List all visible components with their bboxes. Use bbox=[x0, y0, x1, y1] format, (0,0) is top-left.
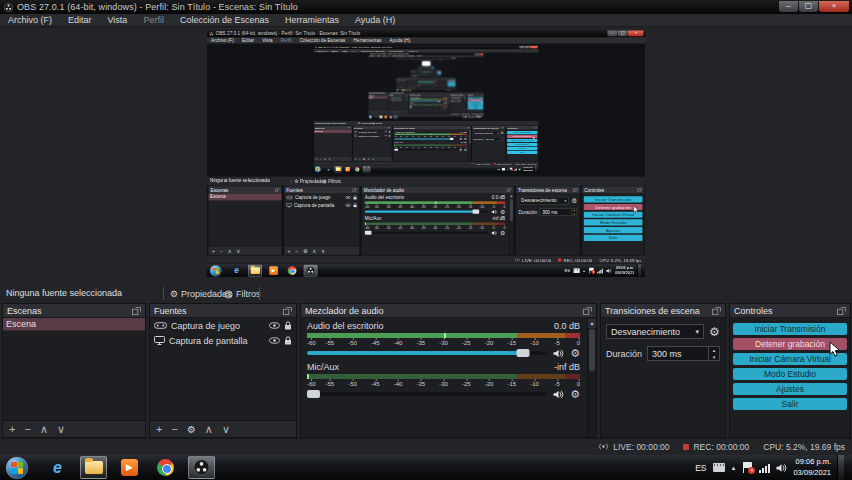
windows-taskbar: e ▶ ES ▲ × bbox=[0, 455, 852, 480]
mixer-scrollbar[interactable]: ▲ bbox=[587, 319, 596, 437]
popout-icon[interactable] bbox=[583, 307, 592, 315]
source-item-display-capture[interactable]: Captura de pantalla bbox=[150, 333, 296, 348]
speaker-icon[interactable] bbox=[553, 349, 564, 358]
settings-button[interactable]: Ajustes bbox=[733, 383, 847, 395]
start-streaming-button[interactable]: Iniciar Transmisión bbox=[733, 323, 847, 335]
menu-perfil[interactable]: Perfil bbox=[135, 14, 172, 27]
add-source-button[interactable]: + bbox=[156, 422, 162, 437]
scene-down-button[interactable]: ∨ bbox=[57, 422, 65, 437]
windows-flag-icon bbox=[11, 462, 23, 474]
cpu-fps-stats: CPU: 5.2%, 19.69 fps bbox=[763, 442, 845, 452]
duration-spinbox[interactable]: 300 ms ▴▾ bbox=[647, 346, 720, 361]
menu-editar[interactable]: Editar bbox=[60, 14, 100, 27]
menu-archivo[interactable]: Archivo (F) bbox=[0, 14, 60, 27]
taskbar-file-explorer[interactable] bbox=[80, 456, 107, 479]
lock-icon[interactable] bbox=[284, 336, 292, 345]
transition-settings-icon[interactable]: ⚙ bbox=[709, 325, 720, 339]
controls-panel: Controles Iniciar Transmisión Detener gr… bbox=[729, 303, 851, 438]
mixer-channel-desktop: Audio del escritorio 0.0 dB -60-55-50-45… bbox=[307, 321, 580, 359]
start-button[interactable] bbox=[6, 457, 28, 479]
spin-down-icon[interactable]: ▾ bbox=[713, 354, 716, 361]
taskbar-media-player[interactable]: ▶ bbox=[116, 456, 143, 479]
close-button[interactable]: × bbox=[819, 1, 849, 12]
duration-label: Duración bbox=[606, 349, 642, 359]
window-title: OBS 27.0.1 (64-bit, windows) - Perfil: S… bbox=[17, 2, 298, 12]
show-desktop-button[interactable] bbox=[837, 455, 844, 480]
filters-icon bbox=[224, 290, 233, 299]
taskbar-clock[interactable]: 09:06 p.m. 03/09/2021 bbox=[793, 457, 831, 477]
channel-settings-icon[interactable]: ⚙ bbox=[570, 388, 580, 401]
taskbar-obs[interactable] bbox=[188, 456, 215, 479]
lock-icon[interactable] bbox=[284, 321, 292, 330]
exit-button[interactable]: Salir bbox=[733, 398, 847, 410]
taskbar-chrome[interactable] bbox=[152, 456, 179, 479]
source-properties-icon[interactable]: ⚙ bbox=[187, 422, 196, 437]
scenes-panel-title: Escenas bbox=[7, 306, 42, 316]
taskbar-internet-explorer[interactable]: e bbox=[44, 456, 71, 479]
scene-transitions-panel: Transiciones de escena Desvanecimiento ▾… bbox=[600, 303, 726, 438]
remove-source-button[interactable]: − bbox=[171, 422, 177, 437]
scenes-panel: Escenas Escena + − ∧ ∨ bbox=[2, 303, 146, 438]
transition-select[interactable]: Desvanecimiento ▾ bbox=[606, 324, 704, 339]
speaker-icon[interactable] bbox=[553, 390, 564, 399]
broadcast-icon bbox=[598, 442, 609, 451]
maximize-button[interactable]: ▢ bbox=[799, 1, 818, 12]
meter-scale: -60-55-50-45-40-35-30-25-20-15-10-50 bbox=[307, 338, 580, 347]
scene-up-button[interactable]: ∧ bbox=[40, 422, 48, 437]
language-indicator[interactable]: ES bbox=[695, 463, 706, 473]
volume-slider[interactable] bbox=[307, 351, 547, 355]
network-signal-icon[interactable] bbox=[759, 463, 770, 473]
popout-icon[interactable] bbox=[712, 307, 721, 315]
sources-panel: Fuentes Captura de juego bbox=[149, 303, 297, 438]
visibility-eye-icon[interactable] bbox=[269, 337, 280, 344]
obs-logo-icon bbox=[4, 3, 13, 12]
remove-scene-button[interactable]: − bbox=[24, 422, 30, 437]
internet-explorer-icon: e bbox=[53, 458, 62, 478]
show-hidden-icons[interactable]: ▲ bbox=[731, 465, 737, 471]
scroll-up-icon[interactable]: ▲ bbox=[588, 319, 596, 328]
studio-mode-button[interactable]: Modo Estudio bbox=[733, 368, 847, 380]
preview-canvas[interactable]: OBS 27.0.1 (64-bit, windows) - Perfil: S… bbox=[207, 30, 645, 277]
keyboard-icon[interactable] bbox=[713, 463, 725, 472]
action-center-flag-icon[interactable]: × bbox=[742, 462, 753, 473]
rec-timer: REC: 00:00:00 bbox=[693, 442, 749, 452]
popout-icon[interactable] bbox=[837, 307, 846, 315]
mixer-channel-mic: Mic/Aux -inf dB -60-55-50-45-40-35-30-25… bbox=[307, 362, 580, 400]
menu-coleccion-escenas[interactable]: Colección de Escenas bbox=[172, 14, 277, 27]
controls-panel-title: Controles bbox=[734, 306, 773, 316]
volume-slider[interactable] bbox=[307, 392, 547, 396]
channel-name: Mic/Aux bbox=[307, 362, 339, 373]
transitions-panel-title: Transiciones de escena bbox=[605, 306, 700, 316]
menu-bar: Archivo (F) Editar Vista Perfil Colecció… bbox=[0, 14, 852, 27]
menu-vista[interactable]: Vista bbox=[100, 14, 136, 27]
live-timer: LIVE: 00:00:00 bbox=[613, 442, 669, 452]
display-icon bbox=[154, 336, 165, 345]
source-up-button[interactable]: ∧ bbox=[205, 422, 213, 437]
menu-herramientas[interactable]: Herramientas bbox=[277, 14, 347, 27]
channel-db-value: -inf dB bbox=[554, 362, 580, 373]
mouse-cursor bbox=[829, 341, 841, 358]
channel-settings-icon[interactable]: ⚙ bbox=[570, 347, 580, 360]
window-titlebar[interactable]: OBS 27.0.1 (64-bit, windows) - Perfil: S… bbox=[0, 0, 852, 14]
visibility-eye-icon[interactable] bbox=[269, 322, 280, 329]
source-item-game-capture[interactable]: Captura de juego bbox=[150, 318, 296, 333]
minimize-button[interactable]: – bbox=[779, 1, 798, 12]
meter-scale: -60-55-50-45-40-35-30-25-20-15-10-50 bbox=[307, 379, 580, 388]
volume-tray-icon[interactable] bbox=[776, 463, 787, 473]
properties-button[interactable]: ⚙ Propiedades bbox=[170, 287, 232, 301]
filters-button[interactable]: Filtros bbox=[224, 287, 261, 301]
add-scene-button[interactable]: + bbox=[9, 422, 15, 437]
obs-desktop: OBS 27.0.1 (64-bit, windows) - Perfil: S… bbox=[0, 0, 852, 480]
popout-icon[interactable] bbox=[283, 307, 292, 315]
source-down-button[interactable]: ∨ bbox=[222, 422, 230, 437]
scene-item-escena[interactable]: Escena bbox=[3, 318, 145, 331]
popout-icon[interactable] bbox=[132, 307, 141, 315]
menu-ayuda[interactable]: Ayuda (H) bbox=[347, 14, 403, 27]
spin-up-icon[interactable]: ▴ bbox=[713, 347, 716, 354]
media-player-icon: ▶ bbox=[121, 459, 138, 476]
chrome-icon bbox=[157, 459, 174, 476]
channel-name: Audio del escritorio bbox=[307, 321, 384, 332]
folder-icon bbox=[85, 461, 103, 474]
audio-mixer-panel: Mezclador de audio Audio del escritorio … bbox=[300, 303, 597, 438]
source-toolbar: Ninguna fuente seleccionada ⚙ Propiedade… bbox=[0, 285, 852, 303]
